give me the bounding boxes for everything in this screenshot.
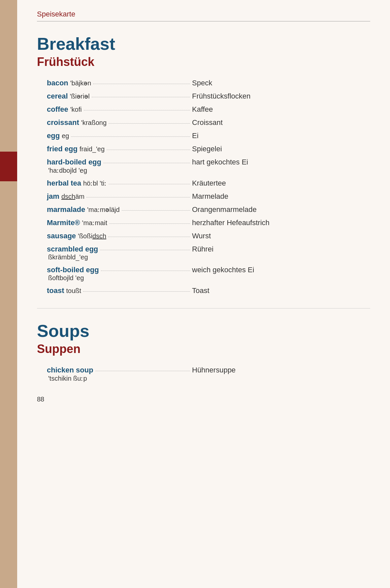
word-croissant: croissant xyxy=(47,118,79,127)
pron-sausage: 'ßoßidsch xyxy=(78,232,106,240)
dots-marmalade xyxy=(122,210,190,211)
soups-entries: chicken soup Hühnersuppe 'tschikin ßuːp xyxy=(47,366,370,382)
pron-jam: dschäm xyxy=(61,193,84,200)
entry-herbal-tea: herbal tea höːbl 'tiː Kräutertee xyxy=(47,179,370,188)
dots-scrambled-egg xyxy=(100,250,190,250)
pron-egg: eg xyxy=(62,132,69,140)
dots-egg xyxy=(71,136,190,137)
word-sausage: sausage xyxy=(47,232,76,240)
entry-chicken-soup-left: chicken soup xyxy=(47,366,192,374)
entry-soft-boiled-egg: soft-boiled egg weich gekochtes Ei ßoftb… xyxy=(47,266,370,282)
dots-herbal-tea xyxy=(109,184,190,184)
breakfast-entries: bacon 'bäjkən Speck cereal 'ßiəriəl Früh… xyxy=(47,79,370,295)
section-title-soups-en: Soups xyxy=(37,322,370,340)
dots-fried-egg xyxy=(107,150,190,150)
word-scrambled-egg: scrambled egg xyxy=(47,245,98,253)
header-label: Speisekarte xyxy=(37,10,75,18)
entry-herbal-tea-left: herbal tea höːbl 'tiː xyxy=(47,179,192,188)
pron-marmite: 'maːmait xyxy=(82,219,107,227)
trans-marmite: herzhafter Hefeaufstrich xyxy=(192,219,270,227)
trans-herbal-tea: Kräutertee xyxy=(192,179,258,188)
entry-sausage: sausage 'ßoßidsch Wurst xyxy=(47,232,370,240)
entry-hard-boiled-egg: hard-boiled egg hart gekochtes Ei 'haːdb… xyxy=(47,158,370,174)
left-accent-bar xyxy=(0,0,17,588)
entry-scrambled-egg-left: scrambled egg xyxy=(47,245,192,253)
entry-egg: egg eg Ei xyxy=(47,132,370,140)
entry-hard-boiled-egg-row: hard-boiled egg hart gekochtes Ei xyxy=(47,158,370,166)
word-marmalade: marmalade xyxy=(47,205,85,214)
dots-cereal xyxy=(92,97,190,97)
word-soft-boiled-egg: soft-boiled egg xyxy=(47,266,99,274)
pron-toast: toußt xyxy=(66,287,81,295)
word-herbal-tea: herbal tea xyxy=(47,179,81,188)
pron-hard-boiled-egg-line2: 'haːdbojld 'eg xyxy=(48,166,370,174)
entry-toast: toast toußt Toast xyxy=(47,286,370,295)
section-soups: Soups Suppen chicken soup Hühnersuppe 't… xyxy=(37,322,370,382)
pron-marmalade: 'maːməläjd xyxy=(87,206,119,214)
trans-fried-egg: Spiegelei xyxy=(192,145,258,153)
dots-chicken-soup xyxy=(95,371,190,371)
entry-hard-boiled-egg-left: hard-boiled egg xyxy=(47,158,192,166)
dots-soft-boiled-egg xyxy=(101,271,190,271)
word-cereal: cereal xyxy=(47,92,68,101)
entry-toast-left: toast toußt xyxy=(47,286,192,295)
entry-bacon: bacon 'bäjkən Speck xyxy=(47,79,370,87)
entry-chicken-soup: chicken soup Hühnersuppe 'tschikin ßuːp xyxy=(47,366,370,382)
entry-marmite-left: Marmite® 'maːmait xyxy=(47,219,192,227)
word-hard-boiled-egg: hard-boiled egg xyxy=(47,158,101,166)
trans-sausage: Wurst xyxy=(192,232,258,240)
trans-chicken-soup: Hühnersuppe xyxy=(192,366,258,374)
trans-croissant: Croissant xyxy=(192,118,258,127)
pron-scrambled-egg-line2: ßkrämbld_'eg xyxy=(48,253,370,261)
entry-coffee: coffee 'kofi Kaffee xyxy=(47,105,370,114)
trans-coffee: Kaffee xyxy=(192,105,258,114)
entry-cereal-left: cereal 'ßiəriəl xyxy=(47,92,192,101)
trans-marmalade: Orangenmarmelade xyxy=(192,205,258,214)
entry-cereal: cereal 'ßiəriəl Frühstücksflocken xyxy=(47,92,370,101)
pron-bacon: 'bäjkən xyxy=(70,79,91,87)
entry-marmite: Marmite® 'maːmait herzhafter Hefeaufstri… xyxy=(47,219,370,227)
trans-jam: Marmelade xyxy=(192,192,258,201)
word-marmite: Marmite® xyxy=(47,219,80,227)
entry-jam: jam dschäm Marmelade xyxy=(47,192,370,201)
entry-marmalade: marmalade 'maːməläjd Orangenmarmelade xyxy=(47,205,370,214)
pron-fried-egg: fraid_'eg xyxy=(80,145,105,153)
entry-coffee-left: coffee 'kofi xyxy=(47,105,192,114)
dots-bacon xyxy=(93,84,190,84)
pron-herbal-tea: höːbl 'tiː xyxy=(83,179,107,187)
pron-croissant: 'kraßong xyxy=(81,119,107,127)
entry-sausage-left: sausage 'ßoßidsch xyxy=(47,232,192,240)
pron-chicken-soup-line2: 'tschikin ßuːp xyxy=(48,374,370,382)
word-bacon: bacon xyxy=(47,79,68,87)
trans-scrambled-egg: Rührei xyxy=(192,245,258,253)
dots-hard-boiled-egg xyxy=(103,163,190,163)
section-title-breakfast-en: Breakfast xyxy=(37,35,370,53)
trans-soft-boiled-egg: weich gekochtes Ei xyxy=(192,266,258,274)
entry-fried-egg: fried egg fraid_'eg Spiegelei xyxy=(47,145,370,153)
dots-sausage xyxy=(108,237,190,237)
word-toast: toast xyxy=(47,286,64,295)
entry-scrambled-egg: scrambled egg Rührei ßkrämbld_'eg xyxy=(47,245,370,261)
entry-croissant: croissant 'kraßong Croissant xyxy=(47,118,370,127)
trans-toast: Toast xyxy=(192,286,258,295)
pron-cereal: 'ßiəriəl xyxy=(70,92,90,100)
entry-jam-left: jam dschäm xyxy=(47,192,192,201)
header-bar: Speisekarte xyxy=(37,10,370,21)
entry-chicken-soup-row: chicken soup Hühnersuppe xyxy=(47,366,370,374)
entry-bacon-left: bacon 'bäjkən xyxy=(47,79,192,87)
dots-jam xyxy=(86,197,190,197)
word-egg: egg xyxy=(47,132,60,140)
dots-toast xyxy=(83,291,190,292)
entry-marmalade-left: marmalade 'maːməläjd xyxy=(47,205,192,214)
section-title-soups-de: Suppen xyxy=(37,342,370,356)
pron-coffee: 'kofi xyxy=(70,106,82,113)
entry-egg-left: egg eg xyxy=(47,132,192,140)
section-divider xyxy=(37,308,370,309)
trans-hard-boiled-egg: hart gekochtes Ei xyxy=(192,158,258,166)
section-title-breakfast-de: Frühstück xyxy=(37,55,370,69)
entry-fried-egg-left: fried egg fraid_'eg xyxy=(47,145,192,153)
word-coffee: coffee xyxy=(47,105,68,114)
pron-soft-boiled-egg-line2: ßoftbojld 'eg xyxy=(48,274,370,282)
word-fried-egg: fried egg xyxy=(47,145,78,153)
trans-bacon: Speck xyxy=(192,79,258,87)
